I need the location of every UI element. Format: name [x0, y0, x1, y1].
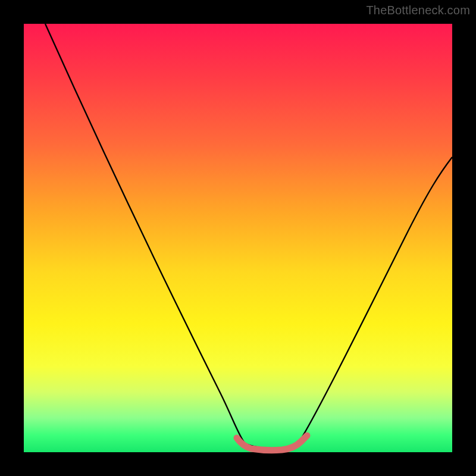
bottleneck-curve-left [45, 24, 245, 444]
chart-frame: TheBottleneck.com [0, 0, 476, 476]
bottleneck-curve-right [299, 157, 452, 443]
attribution-label: TheBottleneck.com [366, 4, 470, 17]
optimal-region-marker [237, 436, 307, 450]
curve-svg [24, 24, 452, 452]
plot-area [24, 24, 452, 452]
